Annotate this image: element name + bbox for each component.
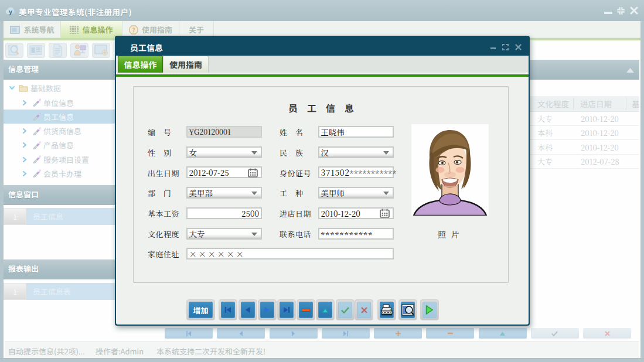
svg-text:?: ? bbox=[132, 25, 135, 34]
svg-text:y: y bbox=[9, 6, 13, 15]
